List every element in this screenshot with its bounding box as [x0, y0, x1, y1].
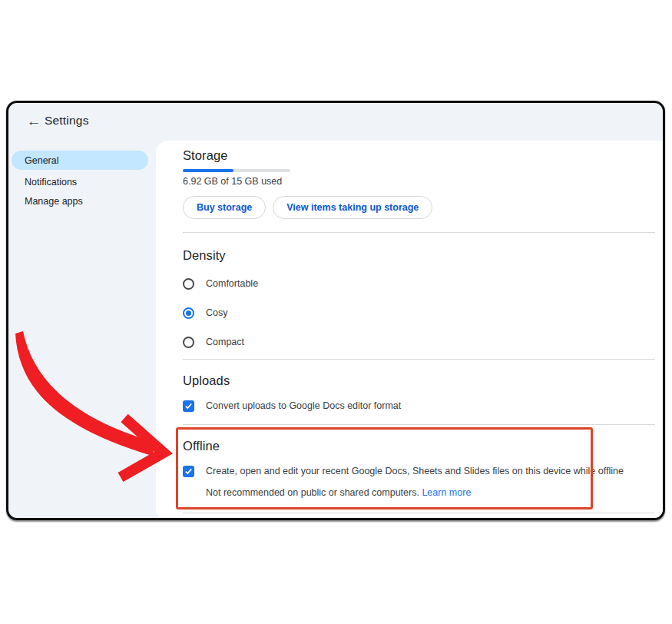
- checkbox-checked-icon[interactable]: [183, 466, 194, 477]
- storage-progress-fill: [183, 169, 233, 172]
- radio-option-cosy[interactable]: Cosy: [183, 304, 227, 322]
- checkbox-checked-icon[interactable]: [183, 400, 194, 412]
- radio-option-comfortable[interactable]: Comfortable: [183, 274, 258, 293]
- offline-checkbox-row[interactable]: Create, open and edit your recent Google…: [183, 464, 655, 483]
- storage-buttons-row: Buy storage View items taking up storage: [183, 196, 432, 219]
- uploads-section-title: Uploads: [183, 373, 230, 388]
- view-items-taking-up-storage-button[interactable]: View items taking up storage: [273, 196, 432, 219]
- sidebar-item-manage-apps[interactable]: Manage apps: [12, 193, 148, 210]
- radio-label: Compact: [206, 337, 244, 347]
- divider: [183, 232, 655, 233]
- sidebar-item-label: Notifications: [25, 177, 77, 188]
- sidebar-item-notifications[interactable]: Notifications: [12, 174, 148, 191]
- sidebar-item-label: Manage apps: [25, 196, 83, 207]
- sidebar-item-label: General: [25, 155, 58, 166]
- divider: [183, 424, 655, 425]
- checkbox-label: Convert uploads to Google Docs editor fo…: [206, 399, 401, 413]
- divider: [183, 513, 655, 513]
- radio-selected-icon[interactable]: [183, 307, 194, 319]
- sidebar-item-general[interactable]: General: [12, 151, 148, 170]
- buy-storage-button[interactable]: Buy storage: [183, 196, 266, 219]
- back-arrow-icon[interactable]: ←: [24, 111, 44, 131]
- settings-content-card: Storage 6.92 GB of 15 GB used Buy storag…: [156, 141, 663, 518]
- divider: [183, 359, 655, 360]
- checkbox-label: Create, open and edit your recent Google…: [206, 464, 624, 479]
- dialog-title: Settings: [45, 114, 89, 128]
- radio-unselected-icon[interactable]: [183, 337, 194, 348]
- radio-label: Cosy: [206, 307, 227, 318]
- density-section-title: Density: [183, 248, 226, 263]
- dialog-header: ← Settings: [8, 103, 663, 140]
- page: ← Settings General Notifications Manage …: [0, 0, 672, 624]
- settings-dialog: ← Settings General Notifications Manage …: [6, 101, 665, 520]
- radio-unselected-icon[interactable]: [183, 278, 194, 290]
- radio-label: Comfortable: [206, 278, 258, 289]
- offline-note: Not recommended on public or shared comp…: [206, 486, 471, 499]
- learn-more-link[interactable]: Learn more: [422, 487, 471, 498]
- offline-note-text: Not recommended on public or shared comp…: [206, 487, 419, 498]
- storage-usage-text: 6.92 GB of 15 GB used: [183, 175, 282, 188]
- convert-uploads-checkbox-row[interactable]: Convert uploads to Google Docs editor fo…: [183, 399, 401, 417]
- offline-section-title: Offline: [183, 439, 220, 453]
- storage-progress-bar: [183, 169, 290, 172]
- storage-section-title: Storage: [183, 148, 228, 163]
- radio-option-compact[interactable]: Compact: [183, 333, 244, 351]
